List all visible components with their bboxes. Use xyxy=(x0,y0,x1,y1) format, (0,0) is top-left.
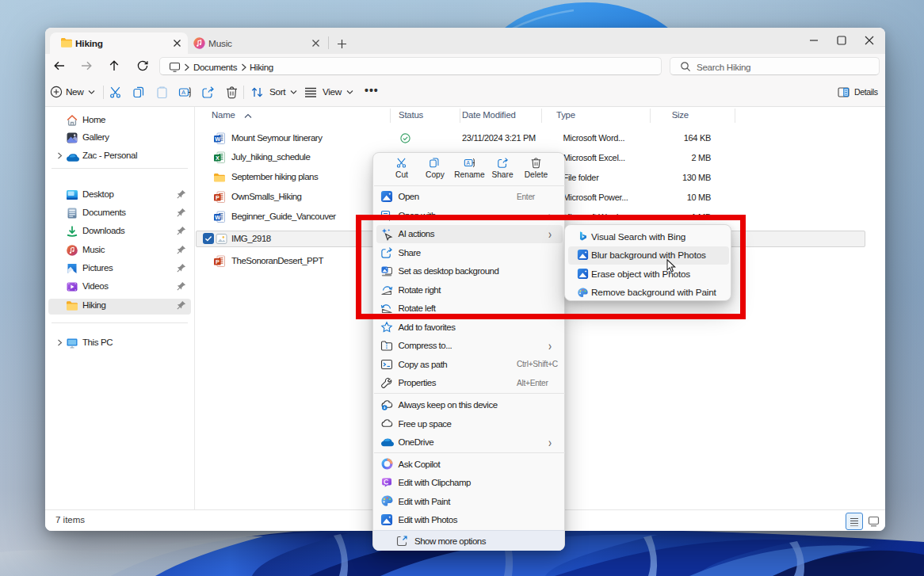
svg-text:A: A xyxy=(181,89,185,96)
svg-text:A: A xyxy=(467,160,471,166)
